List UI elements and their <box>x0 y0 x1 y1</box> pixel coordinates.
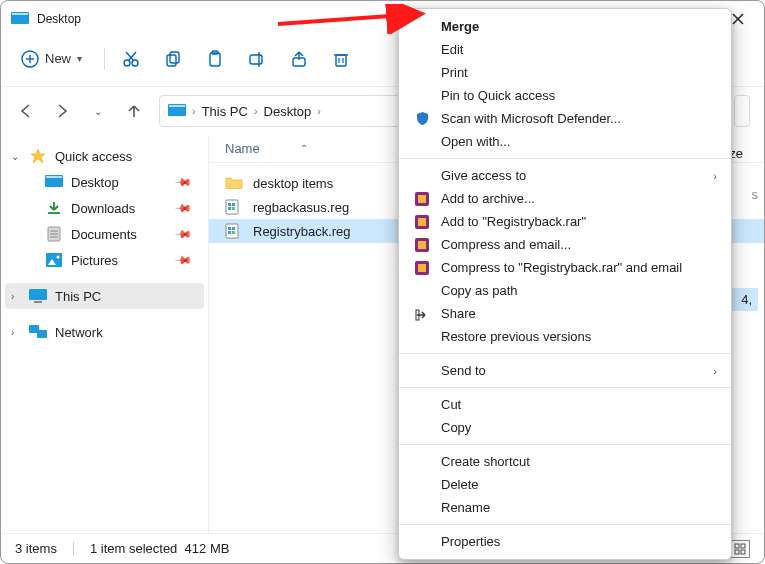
ctx-pin-quick[interactable]: Pin to Quick access <box>399 84 731 107</box>
sidebar-quick-access[interactable]: ⌄ Quick access <box>5 143 204 169</box>
ctx-send-to[interactable]: Send to› <box>399 359 731 382</box>
breadcrumb-desktop[interactable]: Desktop <box>264 104 312 119</box>
ctx-rename[interactable]: Rename <box>399 496 731 519</box>
svg-marker-24 <box>31 149 45 163</box>
winrar-icon <box>413 261 431 275</box>
copy-icon[interactable] <box>163 49 183 69</box>
svg-rect-63 <box>418 264 426 272</box>
new-button[interactable]: New ▾ <box>15 46 88 72</box>
desktop-icon <box>45 174 63 190</box>
pin-icon: 📌 <box>173 224 192 243</box>
status-separator <box>73 542 74 556</box>
sidebar-item-label: This PC <box>55 289 194 304</box>
ctx-delete[interactable]: Delete <box>399 473 731 496</box>
ctx-copy[interactable]: Copy <box>399 416 731 439</box>
ctx-add-to-rar[interactable]: Add to "Registryback.rar" <box>399 210 731 233</box>
status-item-count: 3 items <box>15 541 57 556</box>
sidebar-documents[interactable]: Documents 📌 <box>5 221 204 247</box>
reg-file-icon <box>225 223 243 239</box>
downloads-icon <box>45 200 63 216</box>
ctx-restore-prev[interactable]: Restore previous versions <box>399 325 731 348</box>
sidebar-this-pc[interactable]: › This PC <box>5 283 204 309</box>
ctx-scan-defender[interactable]: Scan with Microsoft Defender... <box>399 107 731 130</box>
svg-rect-38 <box>37 330 47 338</box>
star-icon <box>29 148 47 164</box>
chevron-right-icon[interactable]: › <box>192 105 196 117</box>
paste-icon[interactable] <box>205 49 225 69</box>
file-name: regbackasus.reg <box>253 200 349 215</box>
svg-rect-54 <box>735 550 739 554</box>
winrar-icon <box>413 215 431 229</box>
ctx-create-shortcut[interactable]: Create shortcut <box>399 450 731 473</box>
chevron-down-icon[interactable]: ⌄ <box>11 151 21 162</box>
svg-rect-57 <box>418 195 426 203</box>
share-icon <box>413 307 431 321</box>
svg-point-8 <box>132 60 138 66</box>
sidebar-item-label: Desktop <box>71 175 168 190</box>
sidebar-item-label: Quick access <box>55 149 194 164</box>
breadcrumb-this-pc[interactable]: This PC <box>202 104 248 119</box>
ctx-separator <box>399 387 731 388</box>
new-label: New <box>45 51 71 66</box>
chevron-right-icon[interactable]: › <box>254 105 258 117</box>
toolbar-separator <box>104 48 105 70</box>
sidebar-item-label: Pictures <box>71 253 168 268</box>
status-selection: 1 item selected 412 MB <box>90 541 229 556</box>
up-button[interactable] <box>123 100 145 122</box>
search-input[interactable] <box>734 95 750 127</box>
svg-rect-55 <box>741 550 745 554</box>
svg-rect-48 <box>232 231 235 234</box>
chevron-right-icon[interactable]: › <box>11 291 21 302</box>
cut-icon[interactable] <box>121 49 141 69</box>
sort-asc-icon: ⌃ <box>300 143 308 154</box>
recent-chevron-icon[interactable]: ⌄ <box>87 100 109 122</box>
sidebar-desktop[interactable]: Desktop 📌 <box>5 169 204 195</box>
ctx-merge[interactable]: Merge <box>399 15 731 38</box>
ctx-separator <box>399 353 731 354</box>
window-title: Desktop <box>37 12 81 26</box>
svg-rect-42 <box>228 207 231 210</box>
ctx-share[interactable]: Share <box>399 302 731 325</box>
chevron-right-icon: › <box>713 170 717 182</box>
ctx-properties[interactable]: Properties <box>399 530 731 553</box>
chevron-right-icon[interactable]: › <box>317 105 321 117</box>
pin-icon: 📌 <box>173 198 192 217</box>
svg-rect-47 <box>228 231 231 234</box>
svg-rect-43 <box>232 207 235 210</box>
svg-rect-11 <box>167 55 176 66</box>
ctx-compress-rar-email[interactable]: Compress to "Registryback.rar" and email <box>399 256 731 279</box>
icons-view-button[interactable] <box>730 540 750 558</box>
svg-rect-26 <box>46 176 62 178</box>
svg-rect-40 <box>228 203 231 206</box>
pictures-icon <box>45 252 63 268</box>
chevron-right-icon[interactable]: › <box>11 327 21 338</box>
forward-button[interactable] <box>51 100 73 122</box>
sidebar-item-label: Downloads <box>71 201 168 216</box>
back-button[interactable] <box>15 100 37 122</box>
pin-icon: 📌 <box>173 172 192 191</box>
ctx-compress-email[interactable]: Compress and email... <box>399 233 731 256</box>
ctx-edit[interactable]: Edit <box>399 38 731 61</box>
sidebar-pictures[interactable]: Pictures 📌 <box>5 247 204 273</box>
svg-rect-52 <box>735 544 739 548</box>
this-pc-icon <box>29 288 47 304</box>
sidebar-downloads[interactable]: Downloads 📌 <box>5 195 204 221</box>
svg-rect-13 <box>210 53 220 66</box>
sidebar-network[interactable]: › Network <box>5 319 204 345</box>
network-icon <box>29 324 47 340</box>
ctx-give-access[interactable]: Give access to› <box>399 164 731 187</box>
ctx-open-with[interactable]: Open with... <box>399 130 731 153</box>
share-icon[interactable] <box>289 49 309 69</box>
svg-point-34 <box>57 256 60 259</box>
svg-rect-23 <box>169 105 185 107</box>
documents-icon <box>45 226 63 242</box>
delete-icon[interactable] <box>331 49 351 69</box>
winrar-icon <box>413 192 431 206</box>
svg-rect-12 <box>170 52 179 63</box>
column-header-name[interactable]: Name ⌃ <box>225 141 308 156</box>
ctx-cut[interactable]: Cut <box>399 393 731 416</box>
ctx-print[interactable]: Print <box>399 61 731 84</box>
ctx-copy-as-path[interactable]: Copy as path <box>399 279 731 302</box>
ctx-add-archive[interactable]: Add to archive... <box>399 187 731 210</box>
rename-icon[interactable] <box>247 49 267 69</box>
